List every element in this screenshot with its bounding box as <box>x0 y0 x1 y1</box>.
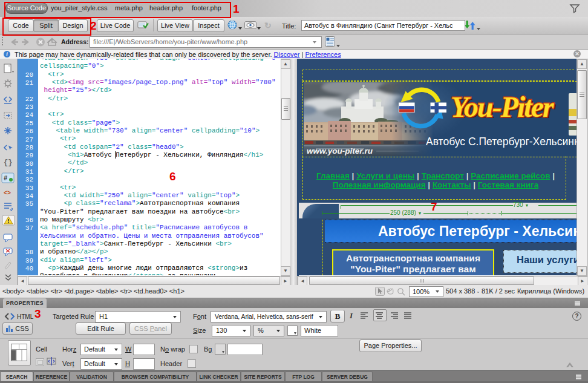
svg-text:#: # <box>4 174 7 182</box>
svg-text:You-Piter: You-Piter <box>451 91 555 123</box>
svg-text:{}: {} <box>4 159 12 167</box>
svg-text:<>: <> <box>4 190 11 197</box>
svg-text:www.you-piter.ru: www.you-piter.ru <box>307 146 373 155</box>
svg-text:Автобус С.Петербург-Хельсинки: Автобус С.Петербург-Хельсинки <box>426 136 577 148</box>
